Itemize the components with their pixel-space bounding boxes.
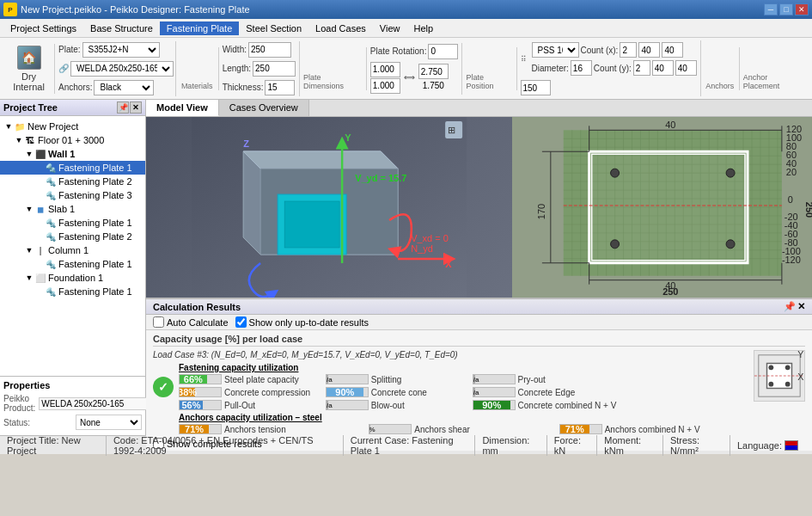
tree-item-sfp2[interactable]: 🔩 Fastening Plate 2 [0,230,145,243]
tree-label-sfp1: Fastening Plate 1 [58,218,132,228]
calculation-results: Calculation Results 📌 ✕ Auto Calculate S… [146,298,812,451]
prop-product-label: Peikko Product: [3,394,35,413]
close-button[interactable]: ✕ [795,3,809,15]
show-uptodate-checkbox[interactable]: Show only up-to-date results [235,316,369,328]
maximize-button[interactable]: □ [779,3,793,15]
embed-depth[interactable] [521,80,551,95]
title-bar: P New Project.peikko - Peikko Designer: … [0,0,812,19]
rotation-input[interactable] [428,44,458,59]
tree-item-floor01[interactable]: ▼ 🏗 Floor 01 + 3000 [0,133,145,147]
tree-label-fp3: Fastening Plate 3 [58,190,132,200]
spacing-y1[interactable] [652,60,674,76]
load-case-desc: Load Case #3: (N_Ed=0, M_xEd=0, M_yEd=15… [153,350,747,359]
pin-button[interactable]: 📌 [117,101,129,114]
prop-status-select[interactable]: None [76,415,142,430]
prop-product-value[interactable] [39,397,153,410]
project-tree-panel: Project Tree 📌 ✕ ▼ 📁 New Project ▼ 🏗 Flo… [0,100,146,435]
cap-item-concrete-comp: 38% Concrete compression [179,387,323,397]
auto-calculate-checkbox[interactable]: Auto Calculate [153,316,229,328]
expander-col1[interactable]: ▼ [24,245,34,255]
menu-fastening-plate[interactable]: Fastening Plate [160,22,239,35]
tree-item-ffp1[interactable]: 🔩 Fastening Plate 1 [0,285,145,298]
count-y-input[interactable] [633,60,650,76]
expander-floor01[interactable]: ▼ [14,135,24,145]
tree-item-found1[interactable]: ▼ ⬜ Foundation 1 [0,271,145,285]
calc-pin-icon[interactable]: 📌 [784,301,796,312]
pos-x1-input[interactable] [370,62,400,77]
anchors-section-label: Anchors [705,82,734,90]
model-3d-view[interactable]: Y V_yd = 15.7 X V_xd = 0 N_yd Z ⊞ [146,117,512,298]
tree-label-found1: Foundation 1 [48,273,103,283]
show-uptodate-label: Show only up-to-date results [249,317,369,328]
tree-item-slab1[interactable]: ▼ ◼ Slab 1 [0,202,145,216]
menu-bar: Project Settings Base Structure Fastenin… [0,19,812,38]
plate-icon-fp3: 🔩 [45,189,57,201]
length-input[interactable] [253,61,296,77]
menu-project-settings[interactable]: Project Settings [3,22,83,35]
model-2d-svg: 120 100 80 60 40 20 0 -20 -40 -60 -80 -1… [512,117,812,298]
plate-position-section: Plate Rotation: ⟺ 1.750 [367,43,463,95]
conditions-label: Dry Internal [13,71,45,92]
show-uptodate-input[interactable] [235,316,247,328]
status-moment: Moment: kNm [604,435,663,456]
spacing-x2[interactable] [662,42,683,58]
model-2d-view[interactable]: 120 100 80 60 40 20 0 -20 -40 -60 -80 -1… [512,117,812,298]
tree-item-root[interactable]: ▼ 📁 New Project [0,120,145,133]
tree-item-sfp1[interactable]: 🔩 Fastening Plate 1 [0,216,145,230]
plate-select[interactable]: S355J2+N [82,42,160,58]
spacing-x1[interactable] [638,42,660,58]
width-input[interactable] [248,42,291,58]
svg-text:N_yd: N_yd [411,243,433,254]
svg-text:V_xd = 0: V_xd = 0 [411,233,449,243]
welda-select[interactable]: WELDA 250x250-165 [70,61,174,77]
status-current-case: Current Case: Fastening Plate 1 [351,435,476,456]
menu-steel-section[interactable]: Steel Section [239,22,308,35]
pos-y1-input[interactable] [418,64,449,79]
title-bar-controls[interactable]: ─ □ ✕ [764,3,809,15]
tree-item-fp3[interactable]: 🔩 Fastening Plate 3 [0,188,145,202]
model-view-content: Y V_yd = 15.7 X V_xd = 0 N_yd Z ⊞ [146,117,812,298]
conditions-box: 🏠 Dry Internal [3,44,55,94]
expander-root[interactable]: ▼ [3,121,14,132]
calc-header-buttons[interactable]: 📌 ✕ [784,301,805,312]
cap-label-anchor-shear: Anchors shear [414,425,469,434]
menu-load-cases[interactable]: Load Cases [308,22,373,35]
expander-fp1 [34,163,45,173]
thickness-input[interactable] [265,80,295,95]
cap-label-concrete-cone: Concrete cone [371,388,427,397]
panel-header-buttons[interactable]: 📌 ✕ [117,101,142,114]
menu-view[interactable]: View [373,22,407,35]
spacing-y2[interactable] [675,60,697,76]
minimize-button[interactable]: ─ [764,3,778,15]
slab-icon: ◼ [34,203,46,215]
fastening-check-icon: ✓ [153,377,174,397]
diameter-input[interactable] [571,60,592,76]
tree-item-fp1[interactable]: 🔩 Fastening Plate 1 [0,161,145,175]
expander-slab1[interactable]: ▼ [24,204,34,214]
plate-dimensions-label: Plate Dimensions [303,73,363,90]
expander-wall1[interactable]: ▼ [24,149,34,159]
menu-base-structure[interactable]: Base Structure [83,22,160,35]
pos-x2-input[interactable] [370,78,400,94]
tab-cases-overview[interactable]: Cases Overview [219,100,309,116]
folder-icon: 📁 [14,120,26,132]
auto-calculate-input[interactable] [153,316,164,328]
pss-select[interactable]: PSS 16 [532,42,579,58]
tree-item-fp2[interactable]: 🔩 Fastening Plate 2 [0,175,145,188]
close-panel-button[interactable]: ✕ [130,101,142,114]
tab-model-view[interactable]: Model View [146,100,219,116]
mini-diagram: Y X [754,350,805,402]
tree-item-col1[interactable]: ▼ | Column 1 [0,243,145,257]
anchors-select[interactable]: Black [94,80,154,95]
welda-icon: 🔗 [58,64,69,73]
count-x-input[interactable] [620,42,637,58]
project-tree-title: Project Tree [3,102,58,113]
cap-label-steel-plate: Steel plate capacity [224,375,299,384]
expander-found1[interactable]: ▼ [24,273,34,283]
menu-help[interactable]: Help [406,22,440,35]
plate-icon-fp2: 🔩 [45,175,57,187]
calc-close-icon[interactable]: ✕ [797,301,805,312]
tree-item-cfp1[interactable]: 🔩 Fastening Plate 1 [0,257,145,271]
tree-item-wall1[interactable]: ▼ ⬛ Wall 1 [0,147,145,161]
svg-text:Y: Y [797,350,803,359]
